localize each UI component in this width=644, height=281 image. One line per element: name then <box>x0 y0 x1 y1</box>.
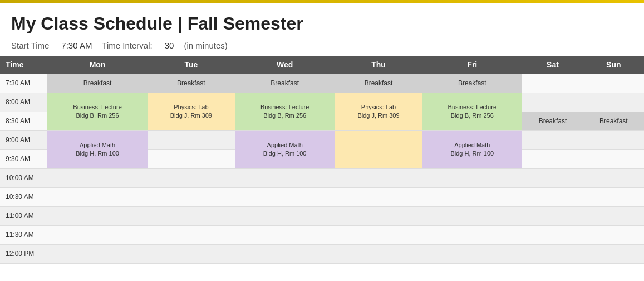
col-fri: Fri <box>422 56 522 74</box>
time-cell: 8:00 AM <box>0 93 47 112</box>
time-cell: 8:30 AM <box>0 112 47 130</box>
mon-applied: Applied Math Bldg H, Rm 100 <box>47 130 148 168</box>
table-row: 9:00 AM Applied Math Bldg H, Rm 100 Appl… <box>0 130 644 149</box>
thu-breakfast: Breakfast <box>335 74 422 93</box>
schedule-table: Time Mon Tue Wed Thu Fri Sat Sun 7:30 AM… <box>0 56 644 264</box>
page-title: My Class Schedule | Fall Semester <box>11 13 633 34</box>
interval-label: Time Interval: <box>102 41 152 50</box>
wed-business-line2: Bldg B, Rm 256 <box>263 112 306 119</box>
fri-applied-line2: Bldg H, Rm 100 <box>450 150 494 157</box>
interval-value: 30 <box>165 41 174 50</box>
col-tue: Tue <box>148 56 235 74</box>
mon-applied-line2: Bldg H, Rm 100 <box>76 150 119 157</box>
fri-business: Business: Lecture Bldg B, Rm 256 <box>422 93 522 130</box>
tue-empty-900 <box>148 130 235 149</box>
thu-physics-line2: Bldg J, Rm 309 <box>357 112 399 119</box>
time-cell: 10:30 AM <box>0 187 47 206</box>
sat-breakfast: Breakfast <box>522 112 583 130</box>
time-cell: 9:30 AM <box>0 149 47 168</box>
mon-breakfast: Breakfast <box>47 74 148 93</box>
time-cell: 12:00 PM <box>0 244 47 263</box>
sat-empty-730 <box>522 74 583 93</box>
tue-empty-930 <box>148 149 235 168</box>
col-sat: Sat <box>522 56 583 74</box>
header: My Class Schedule | Fall Semester <box>0 3 644 37</box>
thu-physics: Physics: Lab Bldg J, Rm 309 <box>335 93 422 130</box>
wed-empty-1000 <box>235 168 335 187</box>
wed-business: Business: Lecture Bldg B, Rm 256 <box>235 93 335 130</box>
table-row: 12:00 PM <box>0 244 644 263</box>
start-time-label: Start Time <box>11 41 49 50</box>
physics-label-line1: Physics: Lab <box>174 104 208 110</box>
time-cell: 11:00 AM <box>0 206 47 225</box>
sun-empty-1000 <box>583 168 644 187</box>
time-cell: 9:00 AM <box>0 130 47 149</box>
sun-empty-930 <box>583 149 644 168</box>
tue-empty-1000 <box>148 168 235 187</box>
thu-physics-2 <box>335 130 422 168</box>
time-cell: 11:30 AM <box>0 225 47 244</box>
sat-empty-1000 <box>522 168 583 187</box>
table-row: 8:00 AM Business: Lecture Bldg B, Rm 256… <box>0 93 644 112</box>
col-sun: Sun <box>583 56 644 74</box>
fri-business-line2: Bldg B, Rm 256 <box>451 112 494 119</box>
tue-physics: Physics: Lab Bldg J, Rm 309 <box>148 93 235 130</box>
fri-breakfast: Breakfast <box>422 74 522 93</box>
wed-breakfast: Breakfast <box>235 74 335 93</box>
header-row: Time Mon Tue Wed Thu Fri Sat Sun <box>0 56 644 74</box>
time-cell: 10:00 AM <box>0 168 47 187</box>
sat-empty-930 <box>522 149 583 168</box>
wed-applied-line1: Applied Math <box>267 142 303 148</box>
col-wed: Wed <box>235 56 335 74</box>
physics-label-line2: Bldg J, Rm 309 <box>170 112 212 119</box>
wed-applied-line2: Bldg H, Rm 100 <box>263 150 307 157</box>
tue-breakfast: Breakfast <box>148 74 235 93</box>
fri-applied-line1: Applied Math <box>454 142 490 148</box>
start-time-value: 7:30 AM <box>61 41 92 50</box>
table-row: 11:30 AM <box>0 225 644 244</box>
sun-empty-900 <box>583 130 644 149</box>
business-label-line1: Business: Lecture <box>73 104 121 110</box>
mon-applied-line1: Applied Math <box>80 142 115 148</box>
mon-empty-1000 <box>47 168 148 187</box>
business-label-line2: Bldg B, Rm 256 <box>76 112 119 119</box>
table-row: 10:30 AM <box>0 187 644 206</box>
sun-breakfast: Breakfast <box>583 112 644 130</box>
fri-empty-1000 <box>422 168 522 187</box>
fri-applied: Applied Math Bldg H, Rm 100 <box>422 130 522 168</box>
sat-empty-900 <box>522 130 583 149</box>
wed-business-line1: Business: Lecture <box>260 104 309 110</box>
thu-empty-1000 <box>335 168 422 187</box>
sat-empty-800 <box>522 93 583 112</box>
table-row: 7:30 AM Breakfast Breakfast Breakfast Br… <box>0 74 644 93</box>
sun-empty-800 <box>583 93 644 112</box>
table-row: 11:00 AM <box>0 206 644 225</box>
fri-business-line1: Business: Lecture <box>448 104 496 110</box>
col-time: Time <box>0 56 47 74</box>
thu-physics-line1: Physics: Lab <box>361 104 396 110</box>
sun-empty-730 <box>583 74 644 93</box>
subheader: Start Time 7:30 AM Time Interval: 30 (in… <box>0 37 644 56</box>
wed-applied: Applied Math Bldg H, Rm 100 <box>235 130 335 168</box>
table-row: 10:00 AM <box>0 168 644 187</box>
col-mon: Mon <box>47 56 148 74</box>
interval-unit: (in minutes) <box>184 41 227 50</box>
time-cell: 7:30 AM <box>0 74 47 93</box>
mon-business: Business: Lecture Bldg B, Rm 256 <box>47 93 148 130</box>
col-thu: Thu <box>335 56 422 74</box>
